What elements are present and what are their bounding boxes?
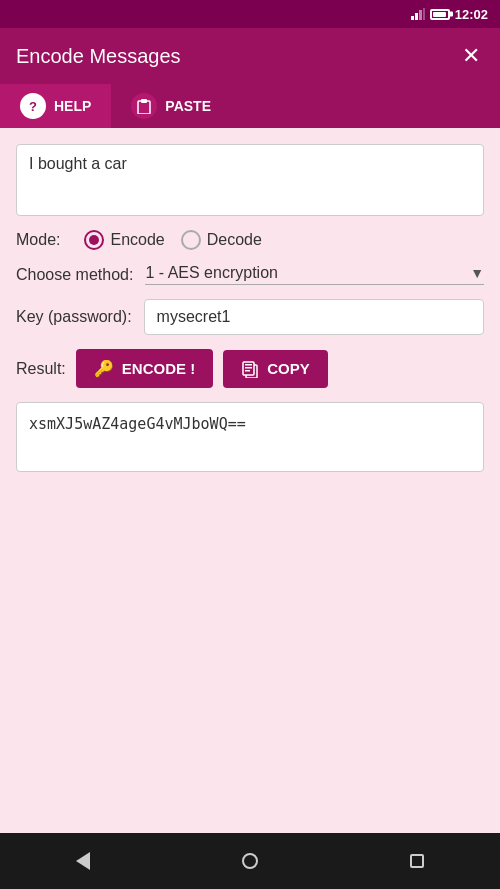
method-select-wrapper[interactable]: 1 - AES encryption ▼	[145, 264, 484, 285]
encode-button[interactable]: 🔑 ENCODE !	[76, 349, 213, 388]
decode-radio-outer	[181, 230, 201, 250]
paste-label: PASTE	[165, 98, 211, 114]
main-content: Mode: Encode Decode Choose method: 1 - A…	[0, 128, 500, 833]
status-time: 12:02	[455, 7, 488, 22]
key-row: Key (password):	[16, 299, 484, 335]
close-button[interactable]: ✕	[458, 41, 484, 71]
svg-rect-0	[411, 16, 414, 20]
result-label: Result:	[16, 360, 66, 378]
copy-button-label: COPY	[267, 360, 310, 377]
key-label: Key (password):	[16, 308, 132, 326]
key-icon: 🔑	[94, 359, 114, 378]
status-icons: 12:02	[411, 7, 488, 22]
home-icon	[242, 853, 258, 869]
decode-radio[interactable]: Decode	[181, 230, 262, 250]
nav-bar	[0, 833, 500, 889]
encode-button-label: ENCODE !	[122, 360, 195, 377]
method-selected-value: 1 - AES encryption	[145, 264, 278, 282]
result-row: Result: 🔑 ENCODE ! COPY	[16, 349, 484, 388]
paste-icon	[131, 93, 157, 119]
encode-radio[interactable]: Encode	[84, 230, 164, 250]
decode-radio-label: Decode	[207, 231, 262, 249]
back-button[interactable]	[52, 842, 114, 880]
svg-rect-5	[141, 99, 147, 103]
method-label: Choose method:	[16, 266, 133, 284]
encode-radio-outer	[84, 230, 104, 250]
app-header: Encode Messages ✕	[0, 28, 500, 84]
result-output: xsmXJ5wAZ4ageG4vMJboWQ==	[16, 402, 484, 472]
svg-rect-10	[245, 370, 250, 372]
mode-label: Mode:	[16, 231, 60, 249]
top-actions: ? HELP PASTE	[0, 84, 500, 128]
mode-row: Mode: Encode Decode	[16, 230, 484, 250]
recent-icon	[410, 854, 424, 868]
copy-button[interactable]: COPY	[223, 350, 328, 388]
status-bar: 12:02	[0, 0, 500, 28]
recent-button[interactable]	[386, 844, 448, 878]
encode-radio-label: Encode	[110, 231, 164, 249]
encode-radio-inner	[89, 235, 99, 245]
svg-rect-8	[245, 364, 252, 366]
app-title: Encode Messages	[16, 45, 181, 68]
back-icon	[76, 852, 90, 870]
help-icon: ?	[20, 93, 46, 119]
svg-rect-9	[245, 367, 252, 369]
svg-rect-1	[415, 13, 418, 20]
home-button[interactable]	[218, 843, 282, 879]
help-button[interactable]: ? HELP	[0, 84, 111, 128]
copy-icon	[241, 360, 259, 378]
svg-rect-2	[419, 10, 422, 20]
dropdown-arrow-icon: ▼	[470, 265, 484, 281]
message-input[interactable]	[16, 144, 484, 216]
battery-icon	[430, 9, 450, 20]
method-row: Choose method: 1 - AES encryption ▼	[16, 264, 484, 285]
key-input[interactable]	[144, 299, 484, 335]
paste-button[interactable]: PASTE	[111, 84, 231, 128]
help-label: HELP	[54, 98, 91, 114]
svg-rect-3	[423, 8, 425, 20]
signal-icon	[411, 8, 425, 20]
